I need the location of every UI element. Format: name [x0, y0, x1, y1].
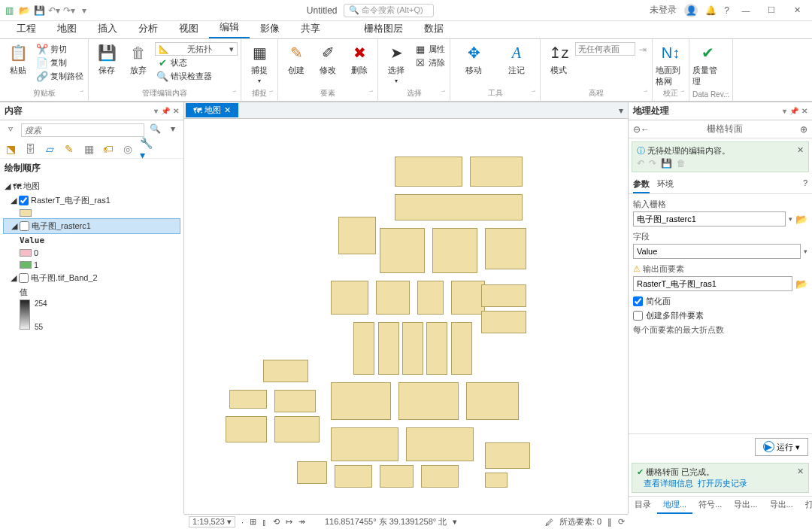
map-node[interactable]: ◢🗺地图 — [3, 179, 180, 193]
layer-item-2[interactable]: ◢电子图.tif_Band_2 — [3, 271, 180, 285]
btab-symbology[interactable]: 符号... — [692, 497, 728, 514]
list-by-selection-icon[interactable]: ▱ — [42, 141, 57, 157]
list-by-source-icon[interactable]: 🗄 — [23, 141, 38, 157]
layer-class-0[interactable]: 0 — [3, 247, 180, 259]
save-edits-button[interactable]: 💾保存 — [92, 42, 122, 76]
gp-close-icon[interactable]: ✕ — [801, 107, 807, 115]
redo-gp-icon[interactable]: ↷ — [649, 158, 656, 169]
tab-edit[interactable]: 编辑 — [209, 17, 250, 38]
elevation-mode-button[interactable]: ↥z模式 — [544, 42, 574, 76]
layer-item-1[interactable]: ◢电子图_rasterc1 — [3, 218, 180, 234]
tab-map[interactable]: 地图 — [47, 19, 87, 38]
tab-overflow-icon[interactable]: ▾ — [619, 105, 628, 116]
copy-button[interactable]: 📄复制 — [35, 56, 85, 69]
collapse-icon[interactable]: ◢ — [5, 181, 11, 191]
error-inspector-button[interactable]: 🔍错误检查器 — [155, 69, 238, 83]
gp-pin-icon[interactable]: 📌 — [789, 107, 798, 115]
tab-project[interactable]: 工程 — [6, 19, 47, 38]
maximize-button[interactable]: ☐ — [762, 3, 780, 18]
minimize-button[interactable]: — — [737, 3, 755, 18]
attributes-button[interactable]: ▦属性 — [413, 42, 447, 56]
ground-to-grid-button[interactable]: N↕地面到格网 — [656, 42, 686, 87]
add-icon[interactable]: ⊕ — [800, 124, 807, 135]
filter-icon[interactable]: ▿ — [3, 123, 18, 137]
redo-icon[interactable]: ↷▾ — [63, 5, 75, 17]
select-button[interactable]: ➤选择▾ — [381, 42, 411, 84]
save-gp-icon[interactable]: 💾 — [661, 158, 672, 169]
list-by-drawing-order-icon[interactable]: ⬔ — [3, 141, 18, 157]
sb-icon-4[interactable]: ↦ — [286, 517, 292, 527]
gp-tab-env[interactable]: 环境 — [657, 178, 674, 193]
open-project-icon[interactable]: 📂 — [18, 5, 30, 17]
field-input[interactable] — [633, 244, 801, 259]
modify-button[interactable]: ✐修改 — [313, 42, 343, 76]
btab-export2[interactable]: 导出... — [764, 497, 799, 514]
sb-icon-2[interactable]: ⫿ — [262, 518, 267, 527]
close-button[interactable]: ✕ — [788, 3, 806, 18]
delete-button[interactable]: ✖删除 — [344, 42, 374, 76]
list-more-icon[interactable]: 🔧▾ — [140, 141, 155, 157]
btab-print[interactable]: 打印... — [799, 497, 812, 514]
btab-catalog[interactable]: 目录 — [629, 497, 657, 514]
check-multipart[interactable]: 创建多部件要素 — [633, 310, 807, 321]
layer-class-1[interactable]: 1 — [3, 259, 180, 271]
user-icon[interactable]: 👤 — [684, 4, 698, 17]
run-button[interactable]: ▶运行 ▾ — [755, 438, 808, 456]
tab-insert[interactable]: 插入 — [87, 19, 128, 38]
layer-checkbox-0[interactable] — [19, 196, 29, 205]
back-icon[interactable]: ⊖← — [633, 124, 650, 135]
input-raster-input[interactable] — [633, 211, 786, 226]
bell-icon[interactable]: 🔔 — [705, 5, 717, 16]
qat-more-icon[interactable]: ▾ — [78, 5, 90, 17]
tab-data[interactable]: 数据 — [414, 19, 454, 38]
sb-icon-3[interactable]: ⟲ — [273, 517, 280, 527]
pin-icon[interactable]: 📌 — [161, 107, 170, 115]
tab-view[interactable]: 视图 — [168, 19, 209, 38]
browse-input-icon[interactable]: 📂 — [795, 214, 807, 225]
help-icon[interactable]: ? — [724, 5, 729, 16]
search-icon[interactable]: 🔍 — [147, 123, 162, 137]
close-msg-icon[interactable]: ✕ — [797, 145, 804, 155]
quality-button[interactable]: ✔质量管理 — [692, 42, 723, 87]
tab-analysis[interactable]: 分析 — [128, 19, 168, 38]
save-project-icon[interactable]: 💾 — [33, 5, 45, 17]
sb-selection-icon[interactable]: 🖉 — [545, 518, 553, 527]
layer-checkbox-1[interactable] — [20, 221, 29, 231]
layer-checkbox-2[interactable] — [19, 273, 29, 283]
new-project-icon[interactable]: ▥ — [3, 5, 15, 17]
autohide-icon[interactable]: ▾ — [154, 107, 158, 115]
sb-icon-5[interactable]: ↠ — [298, 517, 305, 527]
cut-button[interactable]: ✂️剪切 — [35, 42, 85, 56]
close-tab-icon[interactable]: ✕ — [224, 105, 231, 115]
list-by-editing-icon[interactable]: ✎ — [62, 141, 77, 157]
surface-input[interactable] — [575, 42, 635, 56]
annotation-button[interactable]: A注记 — [501, 42, 532, 76]
browse-output-icon[interactable]: 📂 — [795, 278, 807, 290]
gp-autohide-icon[interactable]: ▾ — [783, 107, 786, 115]
output-input[interactable] — [633, 276, 792, 291]
clear-selection-button[interactable]: ☒清除 — [413, 56, 447, 69]
sb-icon-1[interactable]: ⊞ — [250, 517, 256, 527]
move-button[interactable]: ✥移动 — [459, 42, 489, 76]
discard-edits-button[interactable]: 🗑放弃 — [123, 42, 153, 76]
undo-gp-icon[interactable]: ↶ — [637, 158, 644, 169]
close-status-icon[interactable]: ✕ — [797, 467, 804, 476]
status-history-link[interactable]: 打开历史记录 — [698, 479, 747, 488]
sb-pause-icon[interactable]: ‖ — [607, 517, 612, 527]
tab-raster-layer[interactable]: 栅格图层 — [353, 19, 414, 38]
layer-item-0[interactable]: ◢RasterT_电子图_ras1 — [3, 193, 180, 208]
scale-display[interactable]: 1:19,523 ▾ — [189, 516, 235, 527]
sb-refresh-icon[interactable]: ⟳ — [618, 517, 625, 527]
multipart-checkbox[interactable] — [633, 311, 643, 321]
gp-tab-params[interactable]: 参数 — [633, 178, 650, 193]
tab-share[interactable]: 共享 — [290, 19, 331, 38]
gp-help-icon[interactable]: ? — [803, 178, 807, 190]
list-by-perspective-icon[interactable]: ◎ — [120, 141, 135, 157]
login-status[interactable]: 未登录 — [650, 4, 677, 17]
tab-imagery[interactable]: 影像 — [250, 19, 290, 38]
list-by-labeling-icon[interactable]: 🏷 — [101, 141, 116, 157]
check-simplify[interactable]: 简化面 — [633, 296, 807, 307]
coordinates[interactable]: 116.8517455° 东 39.1391258° 北 — [325, 516, 447, 527]
contents-search-input[interactable] — [21, 123, 144, 137]
undo-icon[interactable]: ↶▾ — [48, 5, 60, 17]
